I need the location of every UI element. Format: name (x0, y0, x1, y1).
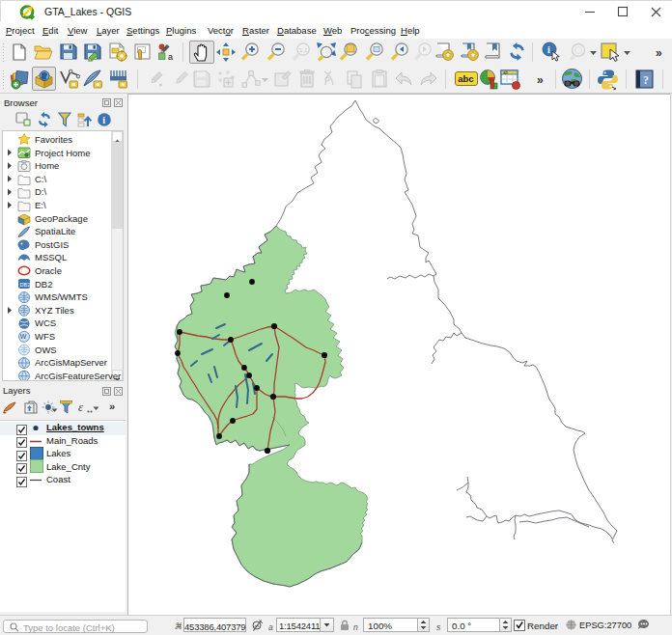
svg-text:n: n (353, 622, 358, 631)
svg-text:s: s (436, 622, 441, 631)
svg-text:ε: ε (78, 400, 84, 414)
svg-text:⌘: ⌘ (174, 621, 182, 631)
svg-text:?: ? (643, 73, 649, 87)
svg-text:ab: ab (503, 70, 509, 75)
svg-text:i: i (102, 115, 105, 125)
svg-text:abc: abc (458, 73, 473, 84)
svg-text:a: a (268, 622, 273, 631)
svg-text:i: i (547, 44, 550, 55)
svg-text:DB2: DB2 (20, 282, 31, 288)
svg-text:1:1: 1:1 (299, 47, 308, 53)
svg-text:W: W (20, 333, 27, 340)
svg-text:a: a (168, 52, 173, 62)
